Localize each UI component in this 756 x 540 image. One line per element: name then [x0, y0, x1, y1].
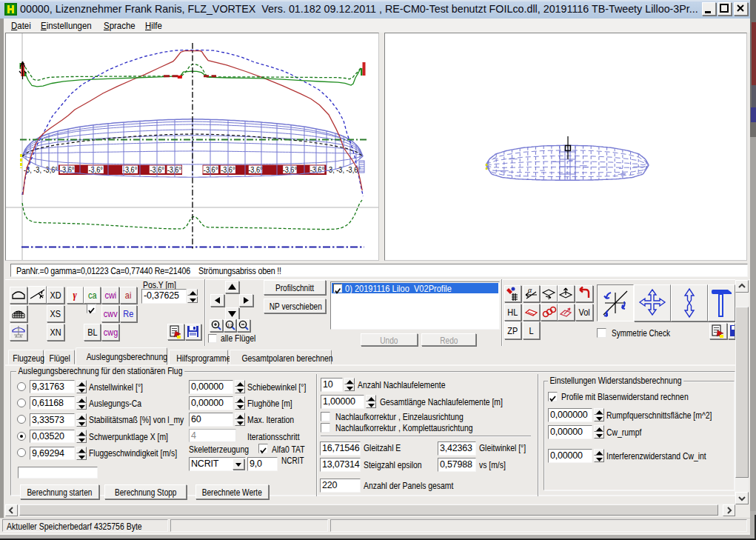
- svg-text:-3,6°: -3,6°: [283, 165, 298, 174]
- svg-text:-3,6°: -3,6°: [123, 165, 138, 174]
- svg-text:-3,6°: -3,6°: [248, 165, 263, 174]
- svg-text:-3,6°: -3,6°: [167, 165, 182, 174]
- svg-text:-3,6°: -3,6°: [204, 165, 218, 174]
- svg-text:-3,6°: -3,6°: [89, 165, 104, 174]
- svg-text:1:1: 1:1: [227, 323, 233, 327]
